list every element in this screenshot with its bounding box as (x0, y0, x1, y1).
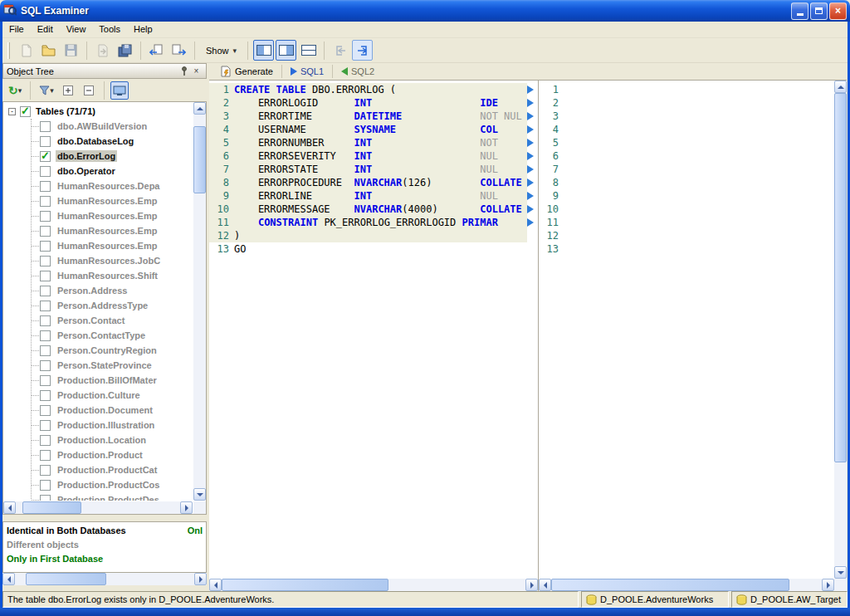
tree-item[interactable]: Person.CountryRegion (3, 343, 193, 358)
tree-item[interactable]: Production.ProductCos (3, 477, 193, 492)
view-split-right-button[interactable] (276, 40, 296, 61)
scroll-thumb[interactable] (193, 126, 206, 193)
tree-item[interactable]: Person.Contact (3, 313, 193, 328)
scroll-thumb[interactable] (551, 579, 789, 591)
checkbox[interactable] (40, 390, 51, 401)
save-button[interactable] (61, 40, 81, 61)
save-all-button[interactable] (115, 40, 135, 61)
checkbox[interactable] (40, 136, 51, 147)
scroll-button[interactable] (193, 102, 206, 115)
checkbox[interactable] (40, 196, 51, 207)
merge-arrow-icon[interactable] (527, 99, 534, 107)
checkbox[interactable] (40, 121, 51, 132)
legend-hscrollbar[interactable] (2, 573, 207, 585)
next-difference-button[interactable] (352, 40, 373, 61)
scroll-thumb[interactable] (222, 579, 388, 591)
open-file-button[interactable] (38, 40, 59, 61)
merge-arrow-icon[interactable] (527, 112, 534, 120)
scroll-button[interactable] (822, 579, 834, 591)
tree-hscrollbar[interactable] (3, 501, 193, 514)
tree-item[interactable]: Production.ProductDes (3, 492, 193, 501)
menu-view[interactable]: View (60, 22, 93, 37)
tree-item[interactable]: ✓dbo.ErrorLog (3, 149, 193, 164)
tree-item[interactable]: Production.Location (3, 433, 193, 447)
tree-item[interactable]: Person.AddressType (3, 298, 193, 313)
view-split-left-button[interactable] (253, 40, 274, 61)
tree-item[interactable]: HumanResources.Shift (3, 268, 193, 283)
checkbox[interactable] (40, 375, 51, 386)
copy-to-right-button[interactable] (169, 40, 189, 61)
tree-item[interactable]: Production.Culture (3, 388, 193, 403)
minimize-button[interactable] (791, 2, 808, 20)
tree-item[interactable]: HumanResources.Depa (3, 178, 193, 193)
scroll-track[interactable] (15, 573, 194, 585)
checkbox[interactable] (40, 405, 51, 416)
menu-help[interactable]: Help (127, 22, 159, 37)
tree-item[interactable]: HumanResources.Emp (3, 208, 193, 223)
merge-arrow-icon[interactable] (527, 86, 534, 94)
checkbox[interactable] (40, 495, 51, 501)
collapse-node-icon[interactable]: - (8, 108, 16, 115)
checkbox[interactable] (40, 450, 51, 461)
scroll-track[interactable] (193, 115, 206, 488)
tree-item[interactable]: HumanResources.JobC (3, 253, 193, 268)
menu-file[interactable]: File (2, 22, 31, 37)
show-dropdown[interactable]: Show ▾ (200, 43, 242, 58)
tree-item[interactable]: Person.ContactType (3, 328, 193, 343)
menu-tools[interactable]: Tools (92, 22, 127, 37)
new-file-button[interactable] (16, 40, 37, 61)
checkbox[interactable] (40, 211, 51, 222)
checkbox[interactable] (40, 301, 51, 311)
tree-item[interactable]: Production.ProductCat (3, 462, 193, 477)
sql1-button[interactable]: SQL1 (285, 63, 330, 80)
scroll-button[interactable] (834, 566, 847, 579)
checkbox[interactable] (40, 315, 51, 326)
merge-arrow-icon[interactable] (527, 192, 534, 200)
checkbox[interactable] (40, 226, 51, 237)
scroll-button[interactable] (3, 501, 16, 514)
view-split-horizontal-button[interactable] (298, 40, 319, 61)
tree-item[interactable]: HumanResources.Emp (3, 238, 193, 253)
scroll-track[interactable] (551, 579, 822, 591)
scroll-button[interactable] (525, 579, 538, 591)
refresh-button[interactable]: ↻ ▾ (6, 81, 24, 100)
left-editor-hscrollbar[interactable] (209, 579, 538, 591)
tree-item[interactable]: Production.Product (3, 447, 193, 462)
scroll-button[interactable] (180, 501, 193, 514)
collapse-all-button[interactable] (80, 81, 98, 100)
previous-difference-button[interactable] (330, 40, 350, 61)
merge-arrow-icon[interactable] (527, 178, 534, 187)
panel-close-icon[interactable]: × (190, 66, 203, 77)
tree-item[interactable]: HumanResources.Emp (3, 193, 193, 208)
checkbox[interactable] (40, 420, 51, 431)
tree-item[interactable]: dbo.DatabaseLog (3, 134, 193, 149)
maximize-button[interactable] (810, 2, 828, 20)
tree-vscrollbar[interactable] (193, 102, 206, 501)
filter-button[interactable]: ▾ (37, 81, 56, 100)
checkbox[interactable] (40, 330, 51, 341)
scroll-button[interactable] (194, 573, 207, 585)
checkbox[interactable] (40, 286, 51, 296)
tree-item[interactable]: Production.Illustration (3, 418, 193, 433)
scroll-track[interactable] (16, 501, 180, 514)
scroll-button[interactable] (193, 488, 206, 501)
right-editor-hscrollbar[interactable] (539, 579, 834, 591)
tree-item[interactable]: Person.Address (3, 283, 193, 298)
sql-preview-toggle-button[interactable] (110, 81, 129, 100)
tree-item[interactable]: Production.Document (3, 403, 193, 418)
generate-button[interactable]: Generate (214, 63, 279, 80)
scroll-thumb[interactable] (834, 93, 847, 462)
scroll-thumb[interactable] (26, 573, 106, 585)
scroll-button[interactable] (2, 573, 15, 585)
checkbox[interactable] (40, 166, 51, 177)
pin-icon[interactable] (178, 66, 190, 77)
tree-item[interactable]: Person.StateProvince (3, 358, 193, 373)
checkbox[interactable] (40, 480, 51, 491)
menu-edit[interactable]: Edit (31, 22, 60, 37)
merge-arrow-icon[interactable] (527, 205, 534, 213)
tree-root[interactable]: - ✓ Tables (71/71) (3, 104, 193, 119)
sql2-button[interactable]: SQL2 (335, 63, 380, 80)
scroll-track[interactable] (222, 579, 525, 591)
scroll-button[interactable] (539, 579, 551, 591)
left-sql-editor[interactable]: 1CREATE TABLE DBO.ERRORLOG (2 ERRORLOGID… (209, 80, 538, 591)
